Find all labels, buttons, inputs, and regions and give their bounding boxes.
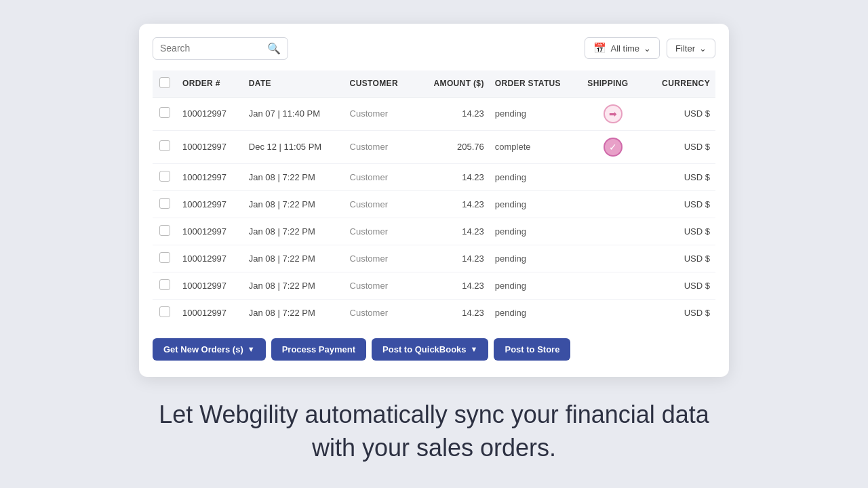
amount-cell: 14.23 bbox=[416, 97, 490, 130]
row-checkbox[interactable] bbox=[159, 306, 170, 317]
chevron-down-icon-3: ▼ bbox=[248, 345, 255, 353]
search-box[interactable]: 🔍 bbox=[153, 37, 288, 60]
customer-cell: Customer bbox=[344, 299, 416, 326]
header-shipping: SHIPPING bbox=[582, 70, 644, 98]
customer-cell: Customer bbox=[344, 272, 416, 299]
tagline: Let Webgility automatically sync your fi… bbox=[156, 399, 712, 464]
table-row: 100012997Jan 07 | 11:40 PMCustomer14.23p… bbox=[153, 97, 715, 130]
status-cell: complete bbox=[490, 130, 583, 163]
search-icon: 🔍 bbox=[267, 42, 281, 55]
shipping-cell bbox=[582, 218, 644, 232]
customer-cell: Customer bbox=[344, 130, 416, 163]
currency-cell: USD $ bbox=[644, 130, 715, 163]
currency-cell: USD $ bbox=[644, 272, 715, 299]
select-all-checkbox[interactable] bbox=[159, 77, 170, 88]
row-checkbox[interactable] bbox=[159, 171, 170, 182]
order-number-cell: 100012997 bbox=[177, 245, 243, 272]
order-number-cell: 100012997 bbox=[177, 163, 243, 190]
all-time-button[interactable]: 📅 All time ⌄ bbox=[585, 37, 660, 59]
order-number-cell: 100012997 bbox=[177, 97, 243, 130]
order-number-cell: 100012997 bbox=[177, 218, 243, 245]
filter-label: Filter bbox=[675, 43, 695, 54]
amount-cell: 205.76 bbox=[416, 130, 490, 163]
currency-cell: USD $ bbox=[644, 97, 715, 130]
shipping-cell bbox=[582, 300, 644, 313]
shipping-cell bbox=[582, 191, 644, 205]
shipping-cell bbox=[582, 164, 644, 178]
get-new-orders-button[interactable]: Get New Orders (s) ▼ bbox=[153, 338, 266, 361]
row-checkbox[interactable] bbox=[159, 279, 170, 290]
customer-cell: Customer bbox=[344, 163, 416, 190]
orders-table: ORDER # DATE CUSTOMER AMOUNT ($) ORDER S… bbox=[153, 70, 715, 326]
order-number-cell: 100012997 bbox=[177, 272, 243, 299]
process-payment-label: Process Payment bbox=[282, 344, 355, 354]
customer-cell: Customer bbox=[344, 190, 416, 218]
row-checkbox[interactable] bbox=[159, 198, 170, 209]
calendar-icon: 📅 bbox=[593, 42, 606, 54]
post-to-quickbooks-label: Post to QuickBooks bbox=[382, 344, 467, 354]
header-checkbox[interactable] bbox=[153, 70, 177, 98]
header-customer: CUSTOMER bbox=[344, 70, 416, 98]
currency-cell: USD $ bbox=[644, 218, 715, 245]
header-amount: AMOUNT ($) bbox=[416, 70, 490, 98]
date-cell: Jan 08 | 7:22 PM bbox=[243, 163, 344, 190]
get-new-orders-label: Get New Orders (s) bbox=[163, 344, 243, 354]
table-row: 100012997Dec 12 | 11:05 PMCustomer205.76… bbox=[153, 130, 715, 163]
row-checkbox[interactable] bbox=[159, 107, 170, 118]
table-header-row: ORDER # DATE CUSTOMER AMOUNT ($) ORDER S… bbox=[153, 70, 715, 98]
currency-cell: USD $ bbox=[644, 163, 715, 190]
top-bar-right: 📅 All time ⌄ Filter ⌄ bbox=[585, 37, 715, 59]
shipping-cell: ➡ bbox=[582, 98, 644, 130]
currency-cell: USD $ bbox=[644, 245, 715, 272]
table-row: 100012997Jan 08 | 7:22 PMCustomer14.23pe… bbox=[153, 272, 715, 299]
bottom-bar: Get New Orders (s) ▼ Process Payment Pos… bbox=[153, 338, 715, 361]
status-cell: pending bbox=[490, 299, 583, 326]
status-cell: pending bbox=[490, 245, 583, 272]
date-cell: Jan 08 | 7:22 PM bbox=[243, 218, 344, 245]
filter-button[interactable]: Filter ⌄ bbox=[667, 39, 715, 58]
table-row: 100012997Jan 08 | 7:22 PMCustomer14.23pe… bbox=[153, 218, 715, 245]
search-input[interactable] bbox=[160, 43, 264, 54]
header-currency: CURRENCY bbox=[644, 70, 715, 98]
chevron-down-icon-4: ▼ bbox=[471, 345, 478, 353]
order-number-cell: 100012997 bbox=[177, 130, 243, 163]
row-checkbox[interactable] bbox=[159, 225, 170, 236]
amount-cell: 14.23 bbox=[416, 190, 490, 218]
date-cell: Jan 08 | 7:22 PM bbox=[243, 245, 344, 272]
currency-cell: USD $ bbox=[644, 299, 715, 326]
main-card: 🔍 📅 All time ⌄ Filter ⌄ ORDER # DATE CUS bbox=[139, 24, 729, 377]
date-cell: Jan 08 | 7:22 PM bbox=[243, 190, 344, 218]
header-order: ORDER # bbox=[177, 70, 243, 98]
date-cell: Dec 12 | 11:05 PM bbox=[243, 130, 344, 163]
order-number-cell: 100012997 bbox=[177, 299, 243, 326]
status-cell: pending bbox=[490, 97, 583, 130]
shipping-check-icon: ✓ bbox=[604, 138, 623, 157]
shipping-cell bbox=[582, 272, 644, 286]
all-time-label: All time bbox=[610, 43, 639, 54]
status-cell: pending bbox=[490, 190, 583, 218]
shipping-cell: ✓ bbox=[582, 131, 644, 163]
currency-cell: USD $ bbox=[644, 190, 715, 218]
status-cell: pending bbox=[490, 218, 583, 245]
row-checkbox[interactable] bbox=[159, 252, 170, 263]
table-row: 100012997Jan 08 | 7:22 PMCustomer14.23pe… bbox=[153, 299, 715, 326]
table-row: 100012997Jan 08 | 7:22 PMCustomer14.23pe… bbox=[153, 245, 715, 272]
amount-cell: 14.23 bbox=[416, 163, 490, 190]
row-checkbox[interactable] bbox=[159, 140, 170, 151]
amount-cell: 14.23 bbox=[416, 272, 490, 299]
post-to-quickbooks-button[interactable]: Post to QuickBooks ▼ bbox=[372, 338, 488, 361]
top-bar: 🔍 📅 All time ⌄ Filter ⌄ bbox=[153, 37, 715, 60]
shipping-arrow-icon: ➡ bbox=[604, 104, 623, 123]
table-row: 100012997Jan 08 | 7:22 PMCustomer14.23pe… bbox=[153, 163, 715, 190]
status-cell: pending bbox=[490, 163, 583, 190]
status-cell: pending bbox=[490, 272, 583, 299]
process-payment-button[interactable]: Process Payment bbox=[271, 338, 366, 361]
post-to-store-button[interactable]: Post to Store bbox=[494, 338, 570, 361]
chevron-down-icon: ⌄ bbox=[644, 43, 651, 54]
header-date: DATE bbox=[243, 70, 344, 98]
customer-cell: Customer bbox=[344, 97, 416, 130]
customer-cell: Customer bbox=[344, 245, 416, 272]
date-cell: Jan 08 | 7:22 PM bbox=[243, 272, 344, 299]
date-cell: Jan 08 | 7:22 PM bbox=[243, 299, 344, 326]
amount-cell: 14.23 bbox=[416, 218, 490, 245]
